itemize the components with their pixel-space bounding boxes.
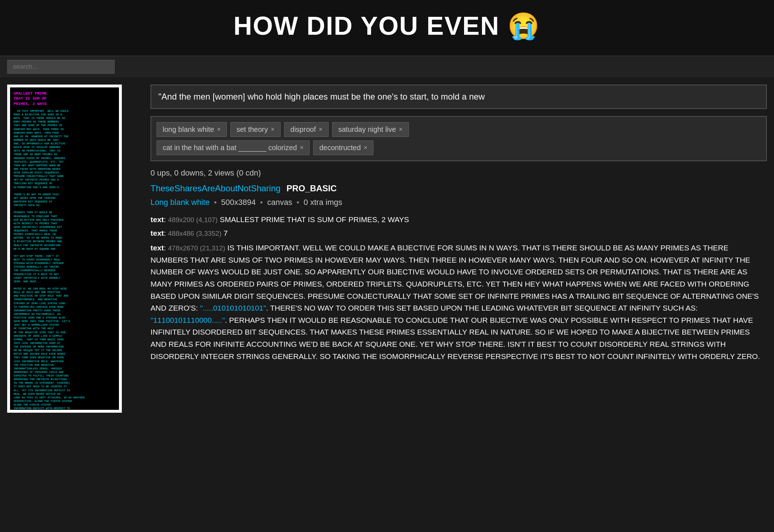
tag-remove-icon[interactable]: × [319,126,322,133]
long-text-block: text: 478x2670 (21,312) IS THIS IMPORTAN… [150,242,767,362]
text-label-1: text [150,215,164,224]
tag-label: long blank white [163,125,214,134]
tag-label: cat in the hat with a bat _______ colori… [163,144,297,152]
canvas-size: 500x3894 [221,198,256,207]
left-panel: SMALLEST PRIMETHAT IS SUM OFPRIMES, 2 WA… [7,85,129,413]
image-card: SMALLEST PRIMETHAT IS SUM OFPRIMES, 2 WA… [7,85,122,413]
tags-container: long blank white × set theory × disproof… [150,116,767,161]
colon-2: : [164,229,168,237]
stats-line: 0 ups, 0 downs, 2 views (0 cdn) [150,168,767,178]
tag-remove-icon[interactable]: × [300,144,304,152]
tag-cat-hat[interactable]: cat in the hat with a bat _______ colori… [157,140,310,155]
right-panel: "And the men [women] who hold high place… [150,85,767,362]
image-card-title: SMALLEST PRIMETHAT IS SUM OFPRIMES, 2 WA… [14,91,115,106]
text-entry-2: text: 488x486 (3,3352) 7 [150,228,767,239]
page-header: HOW DID YOU EVEN 😭 [0,0,774,56]
text-value-2: 7 [224,229,228,237]
dot-separator2: • [260,198,263,207]
tag-long-blank-white[interactable]: long blank white × [157,122,227,137]
username-link[interactable]: TheseSharesAreAboutNotSharing [150,183,281,193]
search-input[interactable]: "And the men [women] who hold high place… [150,85,767,109]
tag-remove-icon[interactable]: × [399,126,403,133]
image-card-text: IN THIS IMPORTANT. WELL WE COULD MAKE A … [14,109,115,410]
user-line: TheseSharesAreAboutNotSharing PRO_BASIC [150,183,767,193]
text-coords-2: 488x486 (3,3352) [168,230,221,237]
dot-separator3: • [297,198,300,207]
canvas-extra: 0 xtra imgs [304,198,342,207]
tag-label: set theory [236,125,268,134]
quoted-string-1: ".....010101010101" [200,304,266,312]
canvas-link[interactable]: Long blank white [150,198,210,207]
text-entry-1: text: 489x200 (4,107) SMALLEST PRIME THA… [150,214,767,225]
long-text-coords: 478x2670 (21,312) [168,244,225,252]
tag-set-theory[interactable]: set theory × [230,122,281,137]
canvas-line: Long blank white • 500x3894 • canvas • 0… [150,198,767,207]
main-title: HOW DID YOU EVEN 😭 [7,11,767,41]
tag-decontructed[interactable]: decontructed × [313,140,373,155]
tag-label: disproof [290,125,316,134]
tag-label: saturday night live [338,125,396,134]
text-coords-1: 489x200 (4,107) [168,216,218,224]
tag-disproof[interactable]: disproof × [284,122,329,137]
text-entries: text: 489x200 (4,107) SMALLEST PRIME THA… [150,214,767,238]
nav-bar [0,56,774,77]
tag-remove-icon[interactable]: × [271,126,275,133]
tag-remove-icon[interactable]: × [364,144,368,152]
tag-remove-icon[interactable]: × [217,126,221,133]
dot-separator: • [214,198,217,207]
tag-saturday-night-live[interactable]: saturday night live × [332,122,409,137]
nav-input[interactable] [7,60,115,74]
colon-1: : [164,215,168,224]
text-value-1: SMALLEST PRIME THAT IS SUM OF PRIMES, 2 … [220,215,409,224]
long-text-label: text [150,244,164,252]
pro-badge: PRO_BASIC [287,183,337,193]
image-card-inner: SMALLEST PRIMETHAT IS SUM OFPRIMES, 2 WA… [10,87,119,410]
text-label-2: text [150,229,164,237]
main-content: SMALLEST PRIMETHAT IS SUM OFPRIMES, 2 WA… [0,77,774,420]
quoted-string-2: "11100101110000....." [150,316,225,324]
canvas-type: canvas [267,198,292,207]
tag-label: decontructed [319,144,361,152]
